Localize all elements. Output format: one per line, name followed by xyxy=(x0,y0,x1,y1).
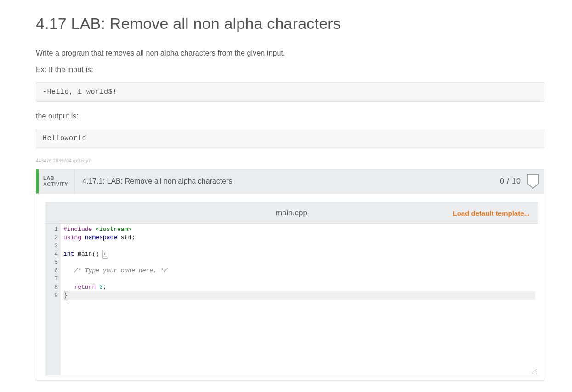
line-number: 9 xyxy=(45,291,58,300)
lab-label-line-1: LAB xyxy=(43,175,54,181)
code-text-area[interactable]: #include <iostream> using namespace std;… xyxy=(61,224,538,375)
small-id: 443476.2839704.qx3zqy7 xyxy=(36,158,544,163)
line-number: 2 xyxy=(45,234,58,242)
line-number: 8 xyxy=(45,283,58,291)
instructions-prompt: Write a program that removes all non alp… xyxy=(36,49,544,57)
line-number: 5 xyxy=(45,258,58,267)
example-output-label: the output is: xyxy=(36,112,544,120)
code-line xyxy=(63,242,535,250)
code-editor[interactable]: 1 2 3 4 5 6 7 8 9 #include <iostream> us… xyxy=(45,223,538,375)
editor-header: main.cpp Load default template... xyxy=(45,202,538,223)
line-number: 3 xyxy=(45,242,58,250)
code-line: using namespace std; xyxy=(63,234,535,242)
svg-line-2 xyxy=(536,373,537,374)
code-line: return 0; xyxy=(63,283,535,291)
code-line: /* Type your code here. */ xyxy=(63,267,535,275)
lab-score: 0 / 10 xyxy=(500,169,527,193)
matched-bracket-open: { xyxy=(102,250,108,259)
code-line: int main() { xyxy=(63,250,535,258)
lab-activity-label: LAB ACTIVITY xyxy=(39,169,75,193)
resize-grip-icon[interactable] xyxy=(531,368,537,374)
lab-activity-title: 4.17.1: LAB: Remove all non alpha charac… xyxy=(75,169,500,193)
example-input-block: -Hello, 1 world$! xyxy=(36,82,544,102)
load-default-template-link[interactable]: Load default template... xyxy=(453,209,530,217)
line-number: 7 xyxy=(45,275,58,283)
example-output-block: Helloworld xyxy=(36,129,544,148)
page-title: 4.17 LAB: Remove all non alpha character… xyxy=(36,15,544,33)
example-input-label: Ex: If the input is: xyxy=(36,66,544,74)
shield-icon xyxy=(527,169,544,193)
line-number-gutter: 1 2 3 4 5 6 7 8 9 xyxy=(45,224,61,375)
lab-activity-bar: LAB ACTIVITY 4.17.1: LAB: Remove all non… xyxy=(36,169,544,194)
line-number: 6 xyxy=(45,267,58,275)
lab-label-line-2: ACTIVITY xyxy=(43,181,68,187)
editor-filename: main.cpp xyxy=(276,208,307,218)
code-line-active: } xyxy=(63,291,535,300)
editor-container: main.cpp Load default template... 1 2 3 … xyxy=(36,194,544,381)
line-number: 1 xyxy=(45,225,58,234)
page-root: 4.17 LAB: Remove all non alpha character… xyxy=(0,0,572,392)
code-line xyxy=(63,275,535,283)
line-number: 4 xyxy=(45,250,58,258)
code-line: #include <iostream> xyxy=(63,225,535,234)
code-line xyxy=(63,258,535,267)
